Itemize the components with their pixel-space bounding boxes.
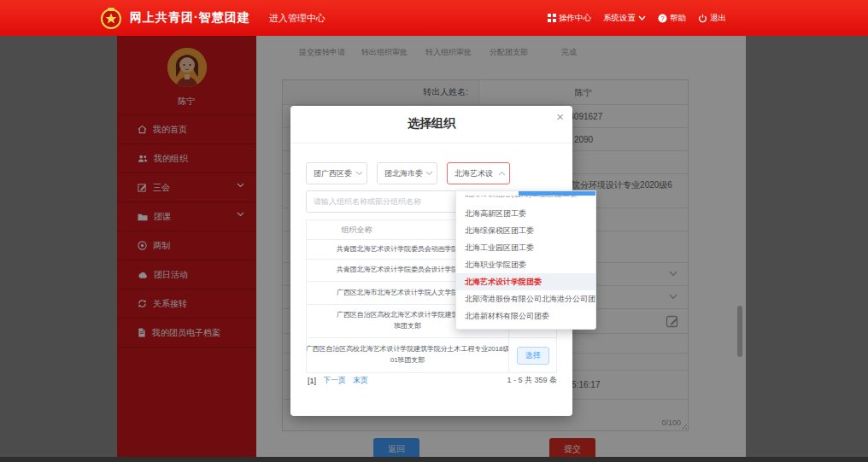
app: 网上共青团·智慧团建 进入管理中心 操作中心 系统设置 ? 帮助 退出 xyxy=(0,0,868,462)
select-city-committee[interactable]: 团北海市委 xyxy=(377,162,437,184)
chevron-down-icon xyxy=(355,171,363,176)
dropdown-item[interactable]: 北海工业园区团工委 xyxy=(456,239,595,256)
dropdown-item[interactable]: 北海综保税区团工委 xyxy=(456,222,595,239)
menu-item-logout[interactable]: 退出 xyxy=(698,13,726,24)
table-row: 广西区自治区高校北海艺术设计学院建筑学院分土木工程专业2018级 01班团支部 … xyxy=(307,338,556,372)
power-icon xyxy=(698,14,707,23)
enter-admin-link[interactable]: 进入管理中心 xyxy=(269,12,326,25)
brand: 网上共青团·智慧团建 进入管理中心 xyxy=(99,0,326,36)
brand-title: 网上共青团·智慧团建 xyxy=(130,10,250,26)
question-icon: ? xyxy=(658,14,667,23)
org-dropdown-panel: 北海市铁山港(临海)工业区团工委 北海高新区团工委 北海综保税区团工委 北海工业… xyxy=(455,190,596,330)
svg-text:?: ? xyxy=(660,15,664,22)
dropdown-item-selected[interactable]: 北海艺术设计学院团委 xyxy=(456,273,595,290)
grid-icon xyxy=(548,14,556,22)
menu-item-system-settings[interactable]: 系统设置 xyxy=(603,13,646,24)
next-page-link[interactable]: 下一页 xyxy=(323,375,346,386)
last-page-link[interactable]: 末页 xyxy=(353,375,368,386)
org-level-selects: 团广西区委 团北海市委 北海艺术设 xyxy=(306,162,510,184)
page-number[interactable]: [1] xyxy=(308,377,316,385)
league-emblem-logo xyxy=(99,6,123,30)
modal-divider xyxy=(290,143,572,143)
dropdown-item[interactable]: 北部湾银行北海分行团委 xyxy=(456,325,595,330)
dropdown-item[interactable]: 北海市铁山港(临海)工业区团工委 xyxy=(456,196,595,203)
select-org-button[interactable]: 选择 xyxy=(517,347,549,365)
dropdown-item[interactable]: 北港新材料有限公司团委 xyxy=(456,307,595,325)
pagination: [1] 下一页 末页 1 - 5 共 359 条 xyxy=(306,372,557,389)
top-header: 网上共青团·智慧团建 进入管理中心 操作中心 系统设置 ? 帮助 退出 xyxy=(0,0,868,36)
select-province-committee[interactable]: 团广西区委 xyxy=(306,162,367,184)
dropdown-item[interactable]: 北海职业学院团委 xyxy=(456,256,595,273)
dropdown-item[interactable]: 北海高新区团工委 xyxy=(456,205,595,222)
chevron-down-icon xyxy=(425,171,433,176)
menu-item-help[interactable]: ? 帮助 xyxy=(658,13,686,24)
select-college-committee[interactable]: 北海艺术设 xyxy=(447,162,510,184)
chevron-down-icon xyxy=(638,15,646,20)
chevron-up-icon xyxy=(498,171,506,176)
modal-title: 选择组织 xyxy=(290,116,572,132)
pagination-info: 1 - 5 共 359 条 xyxy=(507,375,557,386)
dropdown-item[interactable]: 北部湾港股份有限公司北海港分公司团委 xyxy=(456,290,595,307)
top-menu: 操作中心 系统设置 ? 帮助 退出 xyxy=(548,0,726,36)
menu-item-operation-center[interactable]: 操作中心 xyxy=(548,13,591,24)
